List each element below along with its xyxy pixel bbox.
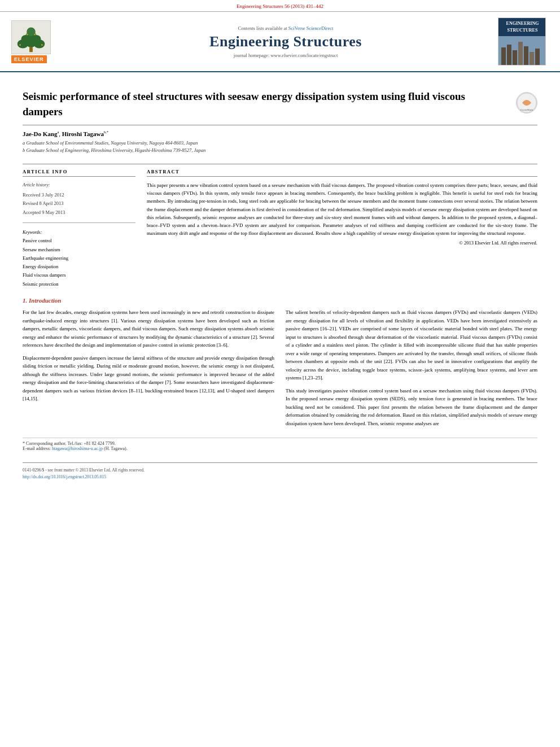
- accepted-date: Accepted 9 May 2013: [23, 208, 135, 217]
- svg-point-6: [32, 35, 41, 43]
- keyword-item: Fluid viscous dampers: [23, 271, 135, 279]
- intro-title: 1. Introduction: [23, 297, 537, 304]
- revised-date: Revised 8 April 2013: [23, 199, 135, 208]
- article-info-header: ARTICLE INFO: [23, 169, 135, 177]
- svg-point-10: [27, 33, 28, 35]
- history-label: Article history:: [23, 181, 135, 189]
- svg-point-9: [41, 44, 43, 46]
- introduction-section: 1. Introduction For the last few decades…: [23, 297, 537, 432]
- journal-header: ELSEVIER Contents lists available at Sci…: [0, 12, 560, 72]
- svg-point-11: [34, 33, 36, 35]
- authors-section: Jae-Do Kanga, Hiroshi Tagawab,* a Gradua…: [23, 125, 537, 158]
- article-dates: Received 3 July 2012 Revised 8 April 201…: [23, 191, 135, 217]
- abstract-col: ABSTRACT This paper presents a new vibra…: [147, 169, 537, 289]
- intro-two-col: For the last few decades, energy dissipa…: [23, 308, 537, 432]
- svg-point-8: [19, 44, 21, 46]
- svg-point-5: [21, 35, 30, 43]
- es-title-box: ENGINEERING STRUCTURES: [498, 18, 546, 36]
- email-line: E-mail address: htagawa@hiroshima-u.ac.j…: [23, 446, 537, 451]
- authors-line: Jae-Do Kanga, Hiroshi Tagawab,*: [23, 130, 537, 137]
- intro-para3: The salient benefits of velocity-depende…: [286, 308, 537, 382]
- article-title-area: Seismic performance of steel structures …: [23, 89, 508, 119]
- intro-para4: This study investigates passive vibratio…: [286, 387, 537, 428]
- article-info-col: ARTICLE INFO Article history: Received 3…: [23, 169, 135, 289]
- svg-rect-16: [518, 42, 523, 65]
- svg-rect-19: [535, 49, 540, 65]
- es-box: ENGINEERING STRUCTURES: [498, 18, 546, 65]
- elsevier-logo: ELSEVIER: [11, 20, 73, 63]
- article-title-section: Seismic performance of steel structures …: [23, 81, 537, 125]
- keyword-item: Earthquake engineering: [23, 254, 135, 263]
- journal-homepage: journal homepage: www.elsevier.com/locat…: [79, 53, 492, 58]
- info-abstract-section: ARTICLE INFO Article history: Received 3…: [23, 164, 537, 289]
- abstract-copyright: © 2013 Elsevier Ltd. All rights reserved…: [147, 240, 537, 246]
- elsevier-logo-area: ELSEVIER: [11, 20, 73, 63]
- crossmark-badge: CrossMark: [516, 92, 537, 113]
- main-content: Seismic performance of steel structures …: [0, 72, 560, 490]
- svg-rect-15: [513, 50, 517, 65]
- svg-rect-18: [530, 52, 534, 65]
- svg-text:CrossMark: CrossMark: [520, 108, 533, 111]
- keywords-list: Passive controlSeesaw mechanismEarthquak…: [23, 237, 135, 289]
- keywords-box: Keywords: Passive controlSeesaw mechanis…: [23, 229, 135, 289]
- page-footer: 0141-0296/$ - see front matter © 2013 El…: [23, 462, 537, 479]
- keyword-item: Passive control: [23, 237, 135, 245]
- keyword-item: Seesaw mechanism: [23, 246, 135, 254]
- journal-ref: Engineering Structures 56 (2013) 431–442: [237, 3, 323, 9]
- corr-author-text: * Corresponding author. Tel./fax: +81 82…: [23, 441, 537, 446]
- intro-para1: For the last few decades, energy dissipa…: [23, 308, 274, 350]
- intro-left-col: For the last few decades, energy dissipa…: [23, 308, 274, 432]
- keywords-label: Keywords:: [23, 229, 135, 237]
- received-date: Received 3 July 2012: [23, 191, 135, 199]
- author2-name: Hiroshi Tagawa: [62, 130, 104, 137]
- email-label: E-mail address:: [23, 446, 51, 451]
- sciverse-text: Contents lists available at SciVerse Sci…: [79, 25, 492, 31]
- affiliation-a: a Graduate School of Environmental Studi…: [23, 139, 537, 147]
- elsevier-tree-image: [11, 20, 51, 54]
- intro-right-col: The salient benefits of velocity-depende…: [286, 308, 537, 432]
- svg-rect-13: [501, 47, 506, 65]
- abstract-header: ABSTRACT: [147, 169, 537, 177]
- footer-doi: http://dx.doi.org/10.1016/j.engstruct.20…: [23, 474, 537, 479]
- svg-rect-17: [524, 46, 528, 65]
- crossmark-icon: CrossMark: [516, 92, 537, 113]
- author1-sup: a: [57, 130, 59, 134]
- email-suffix: (H. Tagawa).: [104, 446, 128, 451]
- elsevier-wordmark: ELSEVIER: [11, 55, 47, 63]
- keyword-item: Seismic protection: [23, 280, 135, 289]
- author1-name: Jae-Do Kang: [23, 130, 57, 137]
- article-info-box: Article history: Received 3 July 2012 Re…: [23, 181, 135, 222]
- journal-title-area: Contents lists available at SciVerse Sci…: [79, 25, 492, 58]
- email-address: htagawa@hiroshima-u.ac.jp: [52, 446, 103, 451]
- abstract-text: This paper presents a new vibration cont…: [147, 181, 537, 237]
- affiliation-b: b Graduate School of Engineering, Hirosh…: [23, 147, 537, 154]
- keyword-item: Energy dissipation: [23, 263, 135, 271]
- journal-ref-line: Engineering Structures 56 (2013) 431–442: [0, 0, 560, 12]
- journal-title: Engineering Structures: [79, 33, 492, 50]
- author2-sup: b,*: [104, 130, 108, 134]
- svg-point-7: [27, 27, 36, 36]
- svg-rect-14: [507, 45, 511, 65]
- es-logo-area: ENGINEERING STRUCTURES: [498, 18, 549, 65]
- corr-author-note: * Corresponding author. Tel./fax: +81 82…: [23, 438, 537, 451]
- article-title: Seismic performance of steel structures …: [23, 89, 508, 119]
- footer-copyright: 0141-0296/$ - see front matter © 2013 El…: [23, 468, 537, 473]
- sciverse-link[interactable]: SciVerse ScienceDirect: [288, 25, 334, 31]
- es-image: [498, 36, 546, 65]
- intro-para2: Displacement-dependent passive dampers i…: [23, 354, 274, 403]
- page-wrapper: Engineering Structures 56 (2013) 431–442: [0, 0, 560, 490]
